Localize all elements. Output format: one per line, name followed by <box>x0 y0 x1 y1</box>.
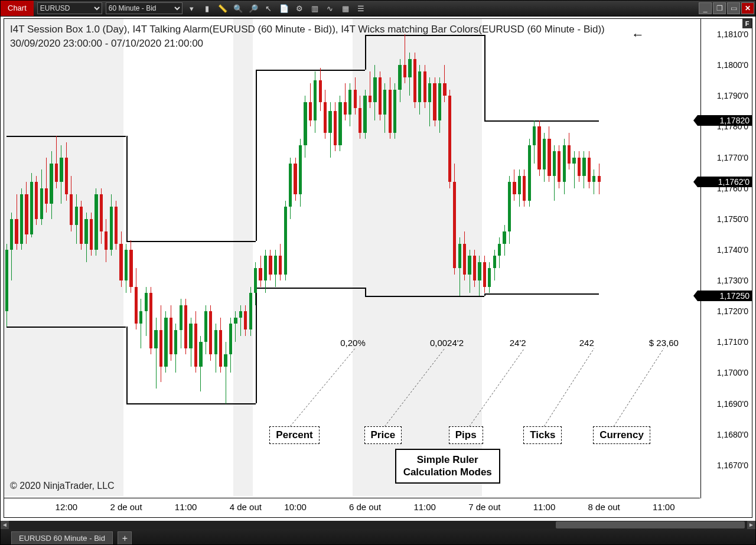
scroll-left-icon[interactable]: ◄ <box>1 521 9 529</box>
format-button[interactable]: F <box>742 19 752 28</box>
y-tick: 1,1700'0 <box>717 368 748 377</box>
y-tick: 1,1750'0 <box>717 214 748 224</box>
x-tick: 12:00 <box>56 502 78 512</box>
x-tick: 11:00 <box>533 502 556 512</box>
y-tick: 1,1690'0 <box>717 399 748 409</box>
x-tick: 2 de out <box>110 502 142 512</box>
y-tick: 1,1730'0 <box>717 276 748 285</box>
ruler-icon[interactable]: 📏 <box>217 2 229 14</box>
x-tick: 8 de out <box>588 502 620 512</box>
bars-icon[interactable]: ▥ <box>309 2 321 14</box>
time-axis[interactable]: 12:002 de out11:004 de out10:006 de out1… <box>4 498 700 517</box>
chart-title-line1: I4T Session Box 1.0 (Day), I4T Talking A… <box>10 24 605 35</box>
chart-area: I4T Session Box 1.0 (Day), I4T Talking A… <box>4 18 752 518</box>
y-tick: 1,1740'0 <box>717 245 748 254</box>
y-tick: 1,1810'0 <box>717 30 748 39</box>
x-tick: 4 de out <box>230 502 262 512</box>
candlestick-icon[interactable]: ▮ <box>201 2 213 14</box>
close-button[interactable]: ✕ <box>741 2 754 14</box>
pointer-icon[interactable]: ↖ <box>263 2 275 14</box>
ruler-title-box: Simple RulerCalculation Modes <box>395 449 500 484</box>
price-tag: 1,17820 <box>698 115 752 126</box>
trading-chart-window: Chart EURUSD 60 Minute - Bid ▾ ▮ 📏 🔍 🔎 ↖… <box>0 0 756 545</box>
scroll-right-icon[interactable]: ► <box>747 521 755 529</box>
ruler-mode-percent: Percent <box>269 426 319 444</box>
ruler-mode-ticks: Ticks <box>523 426 562 444</box>
svg-line-4 <box>614 348 664 426</box>
y-tick: 1,1710'0 <box>717 337 748 347</box>
y-tick: 1,1790'0 <box>717 91 748 100</box>
x-tick: 10:00 <box>284 502 307 512</box>
y-tick: 1,1680'0 <box>717 430 748 439</box>
price-tag: 1,1762'0 <box>698 177 752 187</box>
x-tick: 11:00 <box>175 502 197 512</box>
x-tick: 11:00 <box>413 502 436 512</box>
minimize-button[interactable]: _ <box>699 2 712 14</box>
y-tick: 1,1670'0 <box>717 461 748 470</box>
tools-icon[interactable]: ⚙ <box>294 2 305 14</box>
price-axis[interactable]: 1,1810'01,1800'01,1790'01,1780'01,1770'0… <box>700 19 752 498</box>
chart-plot[interactable]: I4T Session Box 1.0 (Day), I4T Talking A… <box>4 19 701 496</box>
grid-icon[interactable]: ▦ <box>340 2 351 14</box>
ruler-mode-pips: Pips <box>449 426 483 444</box>
timeframe-select[interactable]: 60 Minute - Bid <box>106 2 183 14</box>
add-tab-button[interactable]: + <box>118 531 132 545</box>
ruler-mode-currency: Currency <box>593 426 650 444</box>
maximize-button[interactable]: ▭ <box>727 2 740 14</box>
y-tick: 1,1800'0 <box>717 60 748 70</box>
horizontal-scrollbar[interactable]: ◄ ► <box>1 521 755 529</box>
ruler-value: 242 <box>579 338 594 348</box>
path-icon[interactable]: ∿ <box>324 2 336 14</box>
toolbar: Chart EURUSD 60 Minute - Bid ▾ ▮ 📏 🔍 🔎 ↖… <box>1 1 755 17</box>
zoom-out-icon[interactable]: 🔎 <box>247 2 259 14</box>
back-arrow-icon[interactable]: ← <box>631 27 644 43</box>
window-buttons: _ ❐ ▭ ✕ <box>699 2 754 14</box>
chart-tab[interactable]: Chart <box>1 1 34 16</box>
ruler-value: $ 23,60 <box>649 338 679 348</box>
dropdown-icon[interactable]: ▾ <box>186 2 198 14</box>
copyright-label: © 2020 NinjaTrader, LLC <box>10 481 115 491</box>
y-tick: 1,1770'0 <box>717 153 748 162</box>
x-tick: 7 de out <box>468 502 500 512</box>
x-tick: 11:00 <box>653 502 675 512</box>
svg-line-3 <box>544 348 594 426</box>
restore-button[interactable]: ❐ <box>713 2 726 14</box>
bottom-strip: ◄ ► EURUSD 60 Minute - Bid + <box>1 521 755 544</box>
ruler-value: 0,20% <box>340 338 366 348</box>
ruler-mode-price: Price <box>364 426 402 444</box>
document-icon[interactable]: 📄 <box>278 2 290 14</box>
ruler-value: 24'2 <box>510 338 526 348</box>
x-tick: 6 de out <box>349 502 381 512</box>
chart-title-line2: 30/09/2020 23:00:00 - 07/10/2020 21:00:0… <box>10 38 203 50</box>
price-tag: 1,17250 <box>698 291 752 301</box>
ruler-value: 0,0024'2 <box>430 338 464 348</box>
y-tick: 1,1720'0 <box>717 306 748 316</box>
zoom-in-icon[interactable]: 🔍 <box>232 2 244 14</box>
list-icon[interactable]: ☰ <box>355 2 367 14</box>
chart-tab-bottom[interactable]: EURUSD 60 Minute - Bid <box>11 531 113 545</box>
scroll-thumb[interactable] <box>556 521 745 528</box>
instrument-select[interactable]: EURUSD <box>37 2 102 14</box>
svg-line-0 <box>290 348 355 426</box>
